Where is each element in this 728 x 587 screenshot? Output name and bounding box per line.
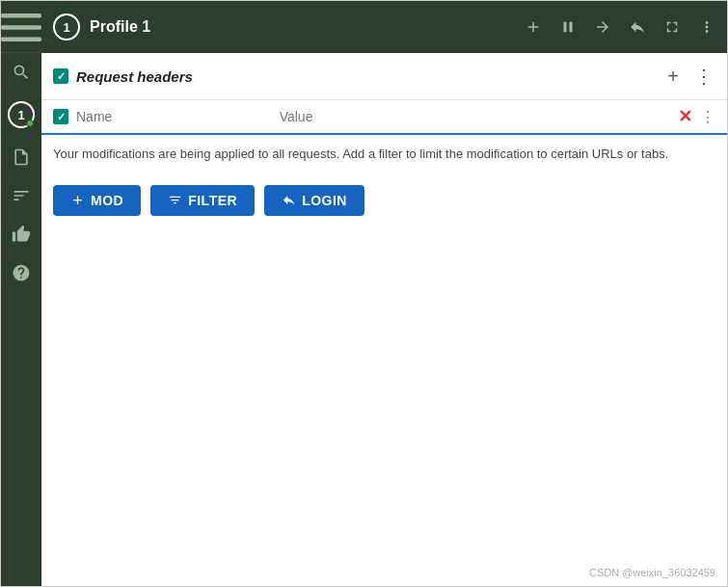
header-actions xyxy=(525,18,715,36)
section-title: Request headers xyxy=(76,68,658,85)
file-icon xyxy=(12,147,31,167)
login-action-button[interactable]: LOGIN xyxy=(264,185,364,216)
name-value-row: ✕ ⋮ xyxy=(41,100,727,135)
action-buttons: MOD FILTER LOGIN xyxy=(41,173,727,227)
main-area: 1 Profile 1 xyxy=(41,1,727,586)
section-more-button[interactable]: ⋮ xyxy=(692,63,715,90)
row-more-button[interactable]: ⋮ xyxy=(700,108,715,126)
sidebar-item-file[interactable] xyxy=(1,138,41,176)
svg-rect-0 xyxy=(1,13,41,17)
content-area: Request headers + ⋮ ✕ ⋮ Your modificatio… xyxy=(41,53,727,227)
sort-icon xyxy=(12,186,31,205)
mod-label: MOD xyxy=(91,193,123,208)
name-input[interactable] xyxy=(76,109,272,124)
row-checkbox[interactable] xyxy=(53,109,68,124)
menu-icon xyxy=(1,7,41,47)
header-profile-badge: 1 xyxy=(53,13,80,40)
close-row-button[interactable]: ✕ xyxy=(678,106,692,127)
svg-rect-2 xyxy=(1,37,41,40)
help-icon xyxy=(12,263,31,282)
expand-icon[interactable] xyxy=(663,18,681,36)
sidebar-item-thumbsup[interactable] xyxy=(1,215,41,253)
sidebar-menu-icon[interactable] xyxy=(1,1,41,53)
mod-button[interactable]: MOD xyxy=(53,185,141,216)
pause-icon[interactable] xyxy=(559,18,577,36)
login-icon[interactable] xyxy=(629,18,646,36)
filter-label: FILTER xyxy=(188,193,237,208)
profile-badge: 1 xyxy=(8,101,35,128)
plus-icon xyxy=(70,193,85,207)
header-title: Profile 1 xyxy=(90,18,515,36)
section-header: Request headers + ⋮ xyxy=(41,53,727,100)
add-icon[interactable] xyxy=(525,18,542,36)
sidebar-item-help[interactable] xyxy=(1,253,41,292)
value-input[interactable] xyxy=(280,109,670,124)
watermark: CSDN @weixin_36032459 xyxy=(589,567,715,578)
more-vert-icon[interactable] xyxy=(698,18,715,36)
sidebar: 1 xyxy=(1,1,41,586)
section-checkbox[interactable] xyxy=(53,68,68,84)
active-dot xyxy=(26,120,34,127)
content-wrapper: Request headers + ⋮ ✕ ⋮ Your modificatio… xyxy=(41,53,727,586)
header-bar: 1 Profile 1 xyxy=(41,1,727,53)
sidebar-item-sort[interactable] xyxy=(1,176,41,215)
sidebar-item-profile[interactable]: 1 xyxy=(1,92,41,138)
thumbsup-icon xyxy=(12,225,31,244)
forward-icon[interactable] xyxy=(594,18,611,36)
svg-rect-1 xyxy=(1,25,41,29)
add-header-button[interactable]: + xyxy=(665,64,681,90)
filter-button[interactable]: FILTER xyxy=(150,185,255,216)
login-action-icon xyxy=(282,193,296,207)
filter-icon xyxy=(168,193,182,207)
info-text: Your modifications are being applied to … xyxy=(41,135,727,173)
login-label: LOGIN xyxy=(302,193,347,208)
search-icon xyxy=(12,63,31,82)
sidebar-item-search[interactable] xyxy=(1,53,41,92)
section-actions: + ⋮ xyxy=(665,63,715,90)
